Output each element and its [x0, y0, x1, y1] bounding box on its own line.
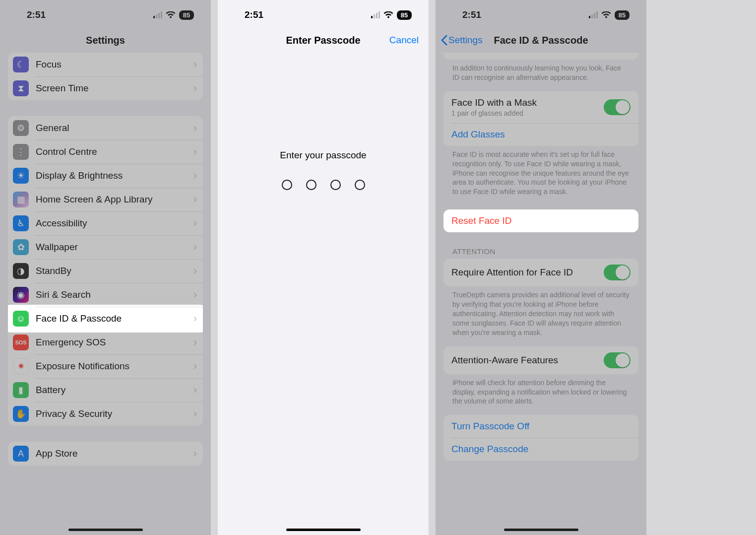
- row-label: Siri & Search: [36, 289, 193, 300]
- home-indicator[interactable]: [68, 529, 143, 531]
- row-screen-time[interactable]: ⧗ Screen Time ›: [8, 76, 203, 100]
- chevron-right-icon: ›: [193, 360, 197, 373]
- row-accessibility[interactable]: ♿︎ Accessibility ›: [8, 211, 203, 235]
- status-bar: 2:51 85: [218, 0, 429, 28]
- accessibility-icon: ♿︎: [13, 215, 29, 231]
- home-indicator[interactable]: [286, 529, 361, 531]
- settings-scroll[interactable]: ☾ Focus › ⧗ Screen Time › ⚙ General › ⋮ …: [0, 53, 211, 466]
- row-privacy[interactable]: ✋ Privacy & Security ›: [8, 402, 203, 426]
- chevron-right-icon: ›: [193, 407, 197, 420]
- section-header-attention: ATTENTION: [443, 232, 638, 259]
- clock-icon: ◑: [13, 263, 29, 279]
- status-right: 85: [153, 10, 194, 20]
- cellular-icon: [153, 11, 162, 18]
- require-attention-note: TrueDepth camera provides an additional …: [443, 286, 638, 339]
- status-right: 85: [371, 10, 412, 20]
- row-label: Turn Passcode Off: [451, 421, 529, 432]
- siri-icon: ◉: [13, 287, 29, 303]
- row-label: Focus: [36, 59, 193, 70]
- row-label: Wallpaper: [36, 242, 193, 253]
- chevron-right-icon: ›: [193, 265, 197, 277]
- row-require-attention[interactable]: Require Attention for Face ID: [443, 259, 638, 286]
- row-label: Add Glasses: [451, 129, 505, 140]
- settings-group-3: A App Store ›: [8, 442, 203, 466]
- row-exposure[interactable]: ✷ Exposure Notifications ›: [8, 354, 203, 378]
- row-reset-faceid[interactable]: Reset Face ID: [443, 209, 638, 232]
- row-app-store[interactable]: A App Store ›: [8, 442, 203, 466]
- toggle-attention-aware[interactable]: [604, 352, 630, 368]
- row-label: Home Screen & App Library: [36, 194, 193, 205]
- row-faceid-mask[interactable]: Face ID with a Mask 1 pair of glasses ad…: [443, 91, 638, 123]
- battery-badge: 85: [615, 10, 630, 20]
- row-label: Display & Brightness: [36, 170, 193, 181]
- navbar-passcode: Enter Passcode Cancel: [218, 28, 429, 53]
- passcode-area: Enter your passcode: [218, 150, 429, 535]
- row-wallpaper[interactable]: ✿ Wallpaper ›: [8, 235, 203, 259]
- flower-icon: ✿: [13, 239, 29, 255]
- status-time: 2:51: [27, 9, 46, 20]
- row-face-id-passcode[interactable]: ☺ Face ID & Passcode ›: [8, 307, 203, 331]
- home-indicator[interactable]: [504, 529, 578, 531]
- row-alt-appearance-cutoff[interactable]: [443, 53, 638, 60]
- status-time: 2:51: [462, 9, 481, 20]
- settings-group-1: ☾ Focus › ⧗ Screen Time ›: [8, 53, 203, 100]
- row-siri[interactable]: ◉ Siri & Search ›: [8, 283, 203, 307]
- row-label: Accessibility: [36, 218, 193, 229]
- chevron-right-icon: ›: [193, 217, 197, 230]
- cancel-button[interactable]: Cancel: [389, 35, 419, 46]
- passcode-dot: [306, 180, 316, 190]
- chevron-right-icon: ›: [193, 145, 197, 158]
- row-emergency-sos[interactable]: SOS Emergency SOS ›: [8, 331, 203, 354]
- battery-badge: 85: [397, 10, 412, 20]
- row-label: General: [36, 123, 193, 134]
- row-turn-passcode-off[interactable]: Turn Passcode Off: [443, 415, 638, 438]
- passcode-dot: [282, 180, 292, 190]
- chevron-right-icon: ›: [193, 58, 197, 71]
- passcode-dot: [355, 180, 365, 190]
- wifi-icon: [166, 11, 176, 19]
- card-mask: Face ID with a Mask 1 pair of glasses ad…: [443, 91, 638, 146]
- sliders-icon: ⋮: [13, 144, 29, 160]
- chevron-right-icon: ›: [193, 193, 197, 206]
- toggle-require-attention[interactable]: [604, 265, 630, 280]
- row-label: Reset Face ID: [451, 215, 511, 226]
- face-id-icon: ☺: [13, 311, 29, 327]
- row-standby[interactable]: ◑ StandBy ›: [8, 259, 203, 283]
- toggle-faceid-mask[interactable]: [604, 99, 630, 115]
- row-add-glasses[interactable]: Add Glasses: [443, 123, 638, 146]
- row-display[interactable]: ☀ Display & Brightness ›: [8, 164, 203, 188]
- row-focus[interactable]: ☾ Focus ›: [8, 53, 203, 76]
- chevron-right-icon: ›: [193, 336, 197, 349]
- gear-icon: ⚙: [13, 120, 29, 136]
- cellular-icon: [589, 11, 598, 18]
- card-reset-faceid: Reset Face ID: [443, 209, 638, 232]
- row-change-passcode[interactable]: Change Passcode: [443, 438, 638, 461]
- row-label: Screen Time: [36, 83, 193, 94]
- navbar-settings: Settings: [0, 28, 211, 53]
- row-attention-aware[interactable]: Attention-Aware Features: [443, 346, 638, 374]
- row-label: Face ID & Passcode: [36, 313, 193, 324]
- appstore-icon: A: [13, 446, 29, 462]
- chevron-right-icon: ›: [193, 122, 197, 134]
- row-control-centre[interactable]: ⋮ Control Centre ›: [8, 140, 203, 164]
- wifi-icon: [601, 11, 611, 19]
- chevron-right-icon: ›: [193, 169, 197, 182]
- row-general[interactable]: ⚙ General ›: [8, 116, 203, 140]
- row-home-screen[interactable]: ▦ Home Screen & App Library ›: [8, 188, 203, 211]
- passcode-prompt: Enter your passcode: [218, 150, 429, 161]
- row-battery[interactable]: ▮ Battery ›: [8, 378, 203, 402]
- page-title: Settings: [86, 35, 125, 46]
- wifi-icon: [383, 11, 393, 19]
- status-time: 2:51: [245, 9, 263, 20]
- row-label: Control Centre: [36, 146, 193, 157]
- battery-icon: ▮: [13, 382, 29, 398]
- card-attention-aware: Attention-Aware Features: [443, 346, 638, 374]
- back-label: Settings: [448, 35, 483, 46]
- status-bar: 2:51 85: [436, 0, 646, 28]
- attention-aware-note: iPhone will check for attention before d…: [443, 374, 638, 408]
- settings-group-2: ⚙ General › ⋮ Control Centre › ☀ Display…: [8, 116, 203, 426]
- navbar-faceid: Settings Face ID & Passcode: [436, 28, 646, 53]
- passcode-dots: [218, 180, 429, 190]
- faceid-scroll[interactable]: In addition to continuously learning how…: [436, 53, 646, 461]
- back-button[interactable]: Settings: [441, 35, 483, 46]
